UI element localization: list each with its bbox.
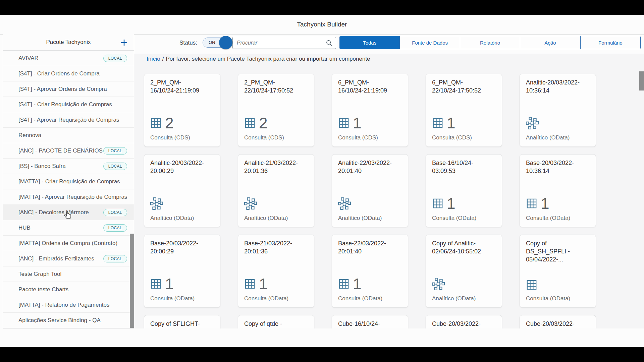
search-box (232, 37, 336, 49)
tile[interactable]: Cube-20/03/2022- (426, 315, 502, 328)
tile[interactable]: Copy of DS_SH_SPFLI - 05/04/2022-... Con… (520, 235, 596, 308)
tile[interactable]: Base-16/10/24- 03:09:53 1 Consulta (ODat… (426, 154, 502, 227)
sidebar-item-label: [MATTA] - Criar Requisição de Compras (18, 178, 127, 185)
local-badge: LOCAL (103, 55, 127, 62)
network-icon (150, 197, 163, 210)
search-icon[interactable] (326, 40, 332, 46)
tile-type: Analítico (OData) (526, 134, 570, 141)
tile-type: Analítico (OData) (244, 215, 288, 222)
sidebar-item[interactable]: [MATTA] - Relatório de Pagamentos (3, 297, 134, 313)
network-icon (244, 197, 257, 210)
sidebar-item[interactable]: Teste Graph Tool (3, 266, 134, 282)
sidebar-item[interactable]: Pacote teste Charts (3, 282, 134, 297)
sidebar-item-label: [S4T] - Aprovar Ordens de Compra (18, 86, 127, 93)
status-label: Status: (179, 40, 197, 46)
tile-count: 1 (165, 277, 174, 291)
tile-count: 1 (447, 116, 455, 130)
sidebar-item-label: HUB (18, 225, 103, 231)
tab-formulario[interactable]: Formulário (580, 36, 640, 49)
add-package-button[interactable] (120, 38, 128, 47)
sidebar-scrollbar-thumb[interactable] (130, 234, 134, 328)
status-toggle[interactable]: ON (203, 38, 231, 48)
search-input[interactable] (233, 37, 336, 49)
local-badge: LOCAL (103, 224, 127, 232)
tab-todas[interactable]: Todas (340, 36, 399, 49)
tile-title: Analitic-20/03/2022- 20:00:29 (150, 159, 215, 175)
local-badge: LOCAL (103, 163, 127, 170)
breadcrumb-home-link[interactable]: Início (147, 56, 160, 62)
table-icon (526, 198, 537, 209)
tile-title: Analitic-21/03/2022- 20:01:36 (244, 159, 309, 175)
tile-type: Consulta (OData) (526, 215, 570, 222)
tile[interactable]: Base-21/03/2022- 20:01:36 1 Consulta (OD… (238, 235, 314, 308)
tile[interactable]: Analitic-20/03/2022- 10:36:14 Analítico … (520, 74, 596, 147)
sidebar-item[interactable]: [S4T] - Aprovar Ordens de Compra (3, 81, 134, 97)
table-icon (432, 198, 443, 209)
sidebar-item[interactable]: Aplicações Service Binding - QA (3, 313, 134, 328)
tile[interactable]: Copy of Analitic- 02/06/24-10:55:02 Anal… (426, 235, 502, 308)
tile-title: Base-20/03/2022- 20:00:29 (150, 240, 215, 256)
sidebar-item[interactable]: [MATTA] Ordens de Compra (Contrato) (3, 236, 134, 251)
app-header: Tachyonix Builder (0, 15, 644, 35)
sidebar-item[interactable]: [S4T] - Aprovar Requisição de Compras (3, 112, 134, 128)
sidebar-item-label: Teste Graph Tool (18, 271, 127, 278)
app-title: Tachyonix Builder (297, 21, 347, 28)
sidebar-item[interactable]: [MATTA] - Criar Requisição de Compras (3, 174, 134, 189)
table-icon (338, 117, 350, 129)
sidebar-item[interactable]: [S4T] - Criar Ordens de Compra (3, 66, 134, 81)
tile[interactable]: Base-20/03/2022- 20:00:29 1 Consulta (OD… (144, 235, 220, 308)
toggle-state-label: ON (209, 40, 215, 45)
sidebar-item[interactable]: HUBLOCAL (3, 220, 134, 236)
tab-fonte-de-dados[interactable]: Fonte de Dados (399, 36, 460, 49)
tile[interactable]: 6_PM_QM- 16/10/24-21:19:09 1 Consulta (C… (332, 74, 408, 147)
tile[interactable]: Copy of qtde - (238, 315, 314, 328)
sidebar-item-label: [ANC] - PACOTE DE CENÁRIOS (18, 147, 103, 154)
tile[interactable]: Copy of SFLIGHT- (144, 315, 220, 328)
tile[interactable]: Analitic-20/03/2022- 20:00:29 Analítico … (144, 154, 220, 227)
tile[interactable]: Cube-20/03/2022- (520, 315, 596, 328)
table-icon (150, 278, 162, 290)
tile-type: Analítico (OData) (150, 215, 194, 222)
sidebar-item-label: [ANC] - Embrafós Fertilzantes (18, 255, 103, 262)
sidebar-item[interactable]: [ANC] - PACOTE DE CENÁRIOSLOCAL (3, 143, 134, 159)
sidebar-item-hovered[interactable]: [ANC] - Decolores MármoreLOCAL (3, 205, 134, 220)
tile-type: Consulta (CDS) (432, 134, 472, 141)
sidebar-item[interactable]: Rennova (3, 128, 134, 143)
tab-relatorio[interactable]: Relatório (460, 36, 520, 49)
tile-count: 2 (259, 116, 268, 130)
tile-type: Consulta (CDS) (150, 134, 190, 141)
tile[interactable]: Analitic-21/03/2022- 20:01:36 Analítico … (238, 154, 314, 227)
sidebar-item[interactable]: AVIVARLOCAL (3, 51, 134, 66)
tile-title: Base-22/03/2022- 20:01:40 (338, 240, 402, 256)
toggle-knob[interactable] (219, 36, 232, 49)
tile[interactable]: 2_PM_QM- 16/10/24-21:19:09 2 Consulta (C… (144, 74, 220, 147)
tile[interactable]: Base-22/03/2022- 20:01:40 1 Consulta (OD… (332, 235, 408, 308)
tile[interactable]: 2_PM_QM- 22/10/24-17:50:52 2 Consulta (C… (238, 74, 314, 147)
tab-acao[interactable]: Ação (520, 36, 580, 49)
sidebar-item-label: [ANC] - Decolores Mármore (18, 209, 103, 216)
tile-title: 6_PM_QM- 16/10/24-21:19:09 (338, 79, 402, 95)
table-icon (338, 278, 350, 290)
sidebar-item[interactable]: [BS] - Banco SafraLOCAL (3, 159, 134, 174)
tile-type: Consulta (CDS) (338, 134, 378, 141)
tile[interactable]: Cube-16/10/24- (332, 315, 408, 328)
tile[interactable]: Analitic-22/03/2022- 20:01:40 Analítico … (332, 154, 408, 227)
sidebar-item[interactable]: [ANC] - Embrafós FertilzantesLOCAL (3, 251, 134, 266)
sidebar-item-label: [MATTA] - Aprovar Requisição de Compras (18, 194, 127, 200)
tile[interactable]: 6_PM_QM- 22/10/24-17:50:52 1 Consulta (C… (426, 74, 502, 147)
tile-title: Cube-20/03/2022- (432, 320, 496, 328)
tile-title: Copy of qtde - (244, 320, 309, 328)
tile-count: 1 (353, 116, 362, 130)
table-icon (526, 279, 537, 291)
sidebar-item[interactable]: [S4T] - Criar Requisição de Compras (3, 97, 134, 112)
tile-count: 2 (165, 116, 174, 130)
breadcrumb-separator: / (160, 56, 166, 62)
tile-type: Consulta (OData) (526, 295, 570, 302)
tile-title: Copy of DS_SH_SPFLI - 05/04/2022-... (526, 240, 590, 263)
tile[interactable]: Base-20/03/2022- 10:36:14 1 Consulta (OD… (520, 154, 596, 227)
tile-title: 6_PM_QM- 22/10/24-17:50:52 (432, 79, 496, 95)
main-scrollbar-thumb[interactable] (639, 71, 644, 90)
sidebar-item[interactable]: [MATTA] - Aprovar Requisição de Compras (3, 189, 134, 205)
breadcrumb-message: Por favor, selecione um Pacote Tachyonix… (166, 56, 370, 62)
table-icon (150, 117, 162, 129)
